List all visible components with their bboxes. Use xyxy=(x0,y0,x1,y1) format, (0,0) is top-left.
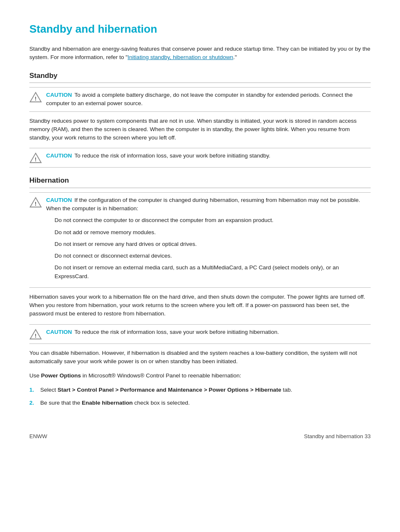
footer-left: ENWW xyxy=(29,432,47,441)
svg-text:!: ! xyxy=(35,96,36,102)
caution-text-1: To avoid a complete battery discharge, d… xyxy=(46,92,353,106)
body3-prefix: Use xyxy=(29,372,41,379)
step-2: 2. Be sure that the Enable hibernation c… xyxy=(29,399,371,407)
page-footer: ENWW Standby and hibernation 33 xyxy=(29,432,371,441)
step-2-num: 2. xyxy=(29,399,37,407)
caution-content-3: CAUTIONIf the configuration of the compu… xyxy=(46,196,371,284)
caution-icon-4: ! xyxy=(29,328,42,340)
caution-text-3: If the configuration of the computer is … xyxy=(46,197,360,212)
list-item: Do not connect or disconnect external de… xyxy=(55,252,371,260)
power-options-bold: Power Options xyxy=(41,372,81,379)
caution-content-2: CAUTIONTo reduce the risk of information… xyxy=(46,152,371,160)
caution-text-2: To reduce the risk of information loss, … xyxy=(75,152,270,159)
footer-right: Standby and hibernation 33 xyxy=(304,432,371,441)
caution-content-1: CAUTIONTo avoid a complete battery disch… xyxy=(46,91,371,108)
step-2-suffix: check box is selected. xyxy=(133,400,190,406)
step-2-bold: Enable hibernation xyxy=(82,400,133,406)
caution-box-3: ! CAUTIONIf the configuration of the com… xyxy=(29,192,371,288)
caution-label-2: CAUTION xyxy=(46,152,72,159)
hibernation-body3: Use Power Options in Microsoft® Windows®… xyxy=(29,372,371,380)
hibernation-caution-list: Do not connect the computer to or discon… xyxy=(46,216,371,281)
svg-text:!: ! xyxy=(35,333,36,339)
caution-content-4: CAUTIONTo reduce the risk of information… xyxy=(46,328,371,336)
list-item: Do not add or remove memory modules. xyxy=(55,228,371,237)
steps-list: 1. Select Start > Control Panel > Perfor… xyxy=(29,386,371,407)
caution-box-4: ! CAUTIONTo reduce the risk of informati… xyxy=(29,324,371,344)
standby-body: Standby reduces power to system componen… xyxy=(29,117,371,142)
step-2-text: Be sure that the Enable hibernation chec… xyxy=(40,399,190,407)
step-2-prefix: Be sure that the xyxy=(40,400,82,406)
caution-label-3: CAUTION xyxy=(46,197,72,203)
standby-heading: Standby xyxy=(29,70,371,83)
intro-paragraph: Standby and hibernation are energy-savin… xyxy=(29,45,371,62)
hibernation-body2: You can disable hibernation. However, if… xyxy=(29,349,371,366)
caution-text-4: To reduce the risk of information loss, … xyxy=(75,329,279,335)
list-item: Do not insert or remove any hard drives … xyxy=(55,240,371,248)
step-1-text: Select Start > Control Panel > Performan… xyxy=(40,386,292,394)
step-1-bold: Start > Control Panel > Performance and … xyxy=(57,387,281,393)
hibernation-body: Hibernation saves your work to a hiberna… xyxy=(29,293,371,318)
caution-icon-2: ! xyxy=(29,152,42,164)
caution-label-1: CAUTION xyxy=(46,92,72,98)
hibernation-heading: Hibernation xyxy=(29,175,371,188)
caution-box-1: ! CAUTIONTo avoid a complete battery dis… xyxy=(29,87,371,112)
step-1: 1. Select Start > Control Panel > Perfor… xyxy=(29,386,371,394)
page-title: Standby and hibernation xyxy=(29,21,371,37)
caution-icon-1: ! xyxy=(29,91,42,103)
caution-label-4: CAUTION xyxy=(46,329,72,335)
svg-text:!: ! xyxy=(35,201,36,207)
list-item: Do not connect the computer to or discon… xyxy=(55,216,371,225)
body3-suffix: in Microsoft® Windows® Control Panel to … xyxy=(81,372,241,379)
intro-text2: ." xyxy=(233,54,237,60)
step-1-prefix: Select xyxy=(40,387,57,393)
step-1-num: 1. xyxy=(29,386,37,394)
caution-icon-3: ! xyxy=(29,196,42,208)
list-item: Do not insert or remove an external medi… xyxy=(55,263,371,281)
caution-box-2: ! CAUTIONTo reduce the risk of informati… xyxy=(29,148,371,168)
intro-link[interactable]: Initiating standby, hibernation or shutd… xyxy=(127,54,233,60)
step-1-suffix: tab. xyxy=(281,387,292,393)
svg-text:!: ! xyxy=(35,157,36,163)
